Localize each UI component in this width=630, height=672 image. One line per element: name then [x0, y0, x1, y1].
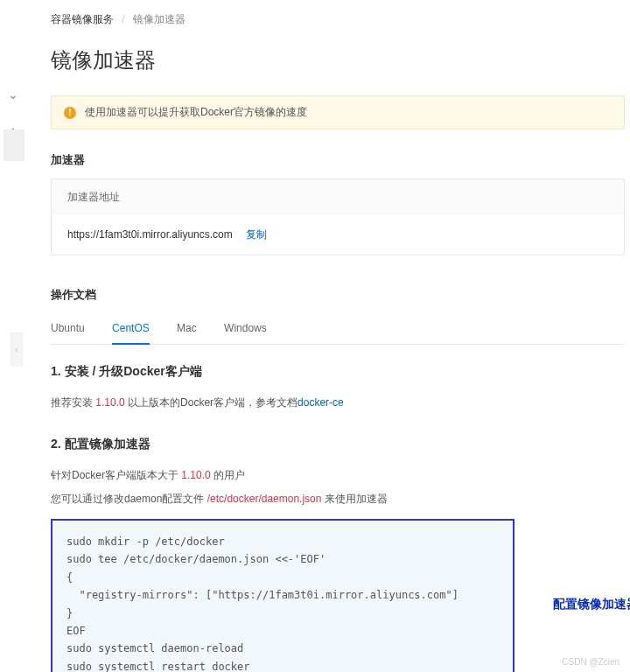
- code-block-wrapper: sudo mkdir -p /etc/docker sudo tee /etc/…: [51, 519, 625, 672]
- code-block[interactable]: sudo mkdir -p /etc/docker sudo tee /etc/…: [51, 519, 514, 672]
- step1-desc: 推荐安装 1.10.0 以上版本的Docker客户端，参考文档docker-ce: [51, 396, 625, 410]
- breadcrumb-current: 镜像加速器: [133, 13, 186, 25]
- docs-section-title: 操作文档: [51, 287, 625, 303]
- left-rail: ⌄ ⌃ ‹: [0, 0, 26, 672]
- step2-line2-prefix: 您可以通过修改daemon配置文件: [51, 493, 207, 505]
- accelerator-section-title: 加速器: [51, 152, 625, 168]
- main-content: 容器镜像服务 / 镜像加速器 镜像加速器 ! 使用加速器可以提升获取Docker…: [51, 0, 630, 672]
- tab-ubuntu[interactable]: Ubuntu: [51, 313, 85, 343]
- accelerator-address-header: 加速器地址: [52, 179, 624, 215]
- tab-centos[interactable]: CentOS: [112, 313, 150, 345]
- step1-version: 1.10.0: [95, 396, 124, 409]
- breadcrumb-root[interactable]: 容器镜像服务: [51, 13, 114, 25]
- docker-ce-link[interactable]: docker-ce: [298, 396, 344, 409]
- tab-windows[interactable]: Windows: [224, 313, 267, 343]
- breadcrumb-separator: /: [122, 13, 124, 25]
- info-alert: ! 使用加速器可以提升获取Docker官方镜像的速度: [51, 95, 625, 130]
- info-icon: !: [64, 107, 76, 119]
- tab-mac[interactable]: Mac: [177, 313, 197, 343]
- copy-button[interactable]: 复制: [246, 228, 267, 241]
- step2-line1-prefix: 针对Docker客户端版本大于: [51, 469, 181, 481]
- sidebar-tab-active[interactable]: [4, 130, 24, 161]
- watermark: CSDN @Zcien: [562, 657, 620, 667]
- step1-title: 1. 安装 / 升级Docker客户端: [51, 364, 625, 380]
- step2-version: 1.10.0: [181, 469, 210, 481]
- step1-desc-prefix: 推荐安装: [51, 396, 95, 409]
- page-title: 镜像加速器: [51, 46, 625, 74]
- docs-tabs: Ubuntu CentOS Mac Windows: [51, 313, 625, 345]
- sidebar-collapse-handle[interactable]: ‹: [10, 332, 23, 366]
- alert-text: 使用加速器可以提升获取Docker官方镜像的速度: [85, 105, 307, 120]
- step2-line2-suffix: 来使用加速器: [321, 493, 387, 505]
- daemon-json-path: /etc/docker/daemon.json: [207, 493, 322, 505]
- step1-desc-mid: 以上版本的Docker客户端，参考文档: [125, 396, 298, 409]
- step2-line2: 您可以通过修改daemon配置文件 /etc/docker/daemon.jso…: [51, 492, 625, 507]
- step2-line1-suffix: 的用户: [211, 469, 245, 481]
- accelerator-address-box: 加速器地址 https://1fam3t0i.mirror.aliyuncs.c…: [51, 178, 625, 256]
- chevron-down-icon[interactable]: ⌄: [0, 88, 26, 102]
- step2-line1: 针对Docker客户端版本大于 1.10.0 的用户: [51, 468, 625, 483]
- breadcrumb: 容器镜像服务 / 镜像加速器: [51, 12, 625, 27]
- step2-title: 2. 配置镜像加速器: [51, 437, 625, 452]
- accelerator-address-body: https://1fam3t0i.mirror.aliyuncs.com 复制: [52, 215, 624, 255]
- code-side-label: 配置镜像加速器: [553, 597, 630, 612]
- accelerator-url: https://1fam3t0i.mirror.aliyuncs.com: [67, 228, 233, 241]
